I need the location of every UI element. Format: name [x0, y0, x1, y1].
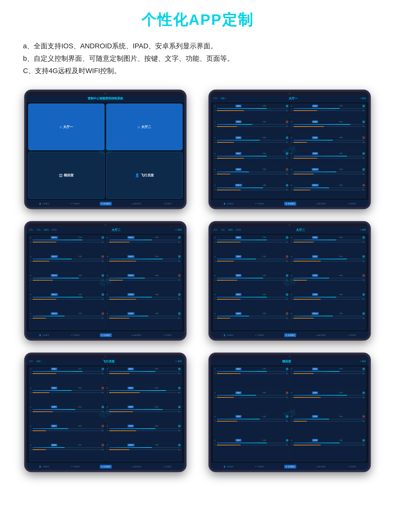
mode-off-h1[interactable]: ○全关模式	[346, 202, 357, 206]
ps-5[interactable]: ⏻	[286, 415, 288, 418]
p2a-15[interactable]: ⏻	[102, 274, 104, 277]
p2b-1[interactable]: ⏻	[286, 236, 288, 239]
ps-6[interactable]: ⏻	[362, 415, 365, 418]
mode-cool-h1[interactable]: ❄冷光模式	[284, 202, 296, 206]
mode-neutral[interactable]: ☀中性模式	[69, 202, 81, 206]
ps-2[interactable]: ⏻	[362, 368, 365, 370]
p2b-6[interactable]: ⏻	[362, 274, 365, 277]
mode-neutral-h1[interactable]: ☀中性模式	[253, 202, 266, 206]
mode-cool-pilot[interactable]: ❄冷光模式	[100, 465, 112, 469]
mode-warm-pilot[interactable]: ☁暖光模式	[130, 465, 143, 469]
pp-6[interactable]: ⏻	[178, 406, 181, 408]
p2a-20[interactable]: ⏻	[178, 312, 181, 315]
back-btn-hall1[interactable]: ↩ 返回	[360, 97, 366, 100]
mode-work-h2a[interactable]: 👤上班模式	[38, 333, 50, 337]
dot-4	[291, 121, 292, 122]
p2b-4[interactable]: ⏻	[362, 255, 365, 258]
circuit-name-5: 回路5	[235, 136, 242, 139]
mode-warm-h2b[interactable]: ☁暖光模式	[315, 333, 327, 337]
power-11[interactable]: ⏻	[286, 184, 288, 186]
mode-warm-h2a[interactable]: ☁暖光模式	[130, 333, 143, 337]
p2a-17[interactable]: ⏻	[102, 293, 104, 296]
power-7[interactable]: ⏻	[286, 152, 288, 155]
ps-4[interactable]: ⏻	[362, 392, 365, 394]
p2b-8[interactable]: ⏻	[362, 293, 365, 296]
back-btn-simulator[interactable]: ↩ 返回	[360, 360, 366, 363]
power-3[interactable]: ⏻	[286, 121, 288, 123]
power-10[interactable]: ⏻	[362, 168, 365, 171]
mode-off-h2a[interactable]: ○全关模式	[161, 333, 173, 337]
back-btn-hall2a[interactable]: ↩ 返回	[176, 228, 181, 231]
c2b-10: 回路10✧ 调光⏻ C W调色	[290, 311, 366, 330]
mode-warm-h1[interactable]: ☁暖光模式	[315, 202, 327, 206]
mode-warm[interactable]: ☁暖光模式	[130, 202, 143, 206]
p2a-13[interactable]: ⏻	[102, 255, 104, 258]
mode-neutral-sim[interactable]: ☀中性模式	[253, 465, 266, 469]
circuit-name-6: 回路6	[312, 136, 318, 139]
mode-neutral-pilot[interactable]: ☀中性模式	[69, 465, 81, 469]
power-8[interactable]: ⏻	[362, 152, 365, 155]
ps-3[interactable]: ⏻	[286, 392, 288, 394]
mode-off-h2b[interactable]: ○全关模式	[346, 333, 357, 337]
pp-7[interactable]: ⏻	[102, 425, 104, 427]
pp-8[interactable]: ⏻	[178, 425, 181, 427]
back-btn-hall2b[interactable]: ↩ 返回	[360, 228, 366, 231]
mode-neutral-h2b[interactable]: ☀中性模式	[253, 333, 266, 337]
mode-work-sim[interactable]: 👤上班模式	[222, 465, 235, 469]
ps-1[interactable]: ⏻	[286, 368, 288, 370]
power-6[interactable]: ⏻	[362, 136, 365, 139]
room-btn-hall1[interactable]: ⌂ 大厅一	[28, 103, 104, 150]
p2a-14[interactable]: ⏻	[178, 255, 181, 258]
power-2[interactable]: ⏻	[362, 105, 365, 107]
pp-1[interactable]: ⏻	[102, 368, 104, 370]
mode-off-pilot[interactable]: ○全关模式	[161, 465, 173, 469]
p2a-19[interactable]: ⏻	[102, 312, 104, 315]
p2b-5[interactable]: ⏻	[286, 274, 288, 277]
p2b-9[interactable]: ⏻	[286, 312, 288, 315]
mode-work-h2b[interactable]: 👤上班模式	[222, 333, 235, 337]
p2b-2[interactable]: ⏻	[362, 236, 365, 239]
pp-3[interactable]: ⏻	[102, 387, 104, 389]
mode-cool-h2b[interactable]: ❄冷光模式	[284, 333, 296, 337]
p2b-7[interactable]: ⏻	[286, 293, 288, 296]
room-btn-pilot[interactable]: 👤 飞行员室	[106, 152, 183, 199]
mode-work-pilot[interactable]: 👤上班模式	[38, 465, 50, 469]
cs-7: 回路7✧ 调光⏻ C W调色	[213, 438, 289, 461]
mode-off[interactable]: ○全关模式	[161, 202, 173, 206]
mode-cool-h2a[interactable]: ❄冷光模式	[100, 333, 112, 337]
mode-work-h1[interactable]: 👤上班模式	[222, 202, 235, 206]
room-btn-hall2[interactable]: ⌂ 大厅二	[106, 103, 183, 150]
p2a-18[interactable]: ⏻	[178, 293, 181, 296]
p2a-12[interactable]: ⏻	[178, 236, 181, 239]
power-12[interactable]: ⏻	[362, 184, 365, 186]
power-9[interactable]: ⏻	[286, 168, 288, 171]
p2a-11[interactable]: ⏻	[102, 236, 104, 239]
pp-2[interactable]: ⏻	[178, 368, 181, 370]
pp-9[interactable]: ⏻	[102, 444, 104, 446]
p2b-3[interactable]: ⏻	[286, 255, 288, 258]
mode-neutral-h2a[interactable]: ☀中性模式	[69, 333, 81, 337]
pp-10[interactable]: ⏻	[178, 444, 181, 446]
pp-4[interactable]: ⏻	[178, 387, 181, 389]
p2b-10[interactable]: ⏻	[362, 312, 365, 315]
power-5[interactable]: ⏻	[286, 136, 288, 139]
pp-5[interactable]: ⏻	[102, 406, 104, 408]
tablet-wrapper-2: 页面一 页面二 大厅一 ↩ 返回 回路1 ✧ 调光	[204, 90, 375, 209]
circuit-grid-hall1: 回路1 ✧ 调光 ⏻ C W调色 回路2 ✧ 调光	[213, 104, 366, 198]
ps-8[interactable]: ⏻	[362, 439, 365, 441]
mode-cool-sim[interactable]: ❄冷光模式	[284, 465, 296, 469]
mode-warm-sim[interactable]: ☁暖光模式	[315, 465, 327, 469]
power-1[interactable]: ⏻	[286, 105, 288, 107]
mode-off-sim[interactable]: ○全关模式	[346, 465, 357, 469]
mode-cool[interactable]: ❄冷光模式	[100, 202, 112, 206]
mode-bar-hall2b: 👤上班模式 ☀中性模式 ❄冷光模式 ☁暖光模式 ○全关模式	[211, 332, 368, 338]
ps-7[interactable]: ⏻	[286, 439, 288, 441]
room-btn-simulator[interactable]: ◫ 模拟室	[28, 152, 104, 199]
power-4[interactable]: ⏻	[362, 121, 365, 123]
cp-6: 回路6✧ 调光⏻ C W调色	[106, 405, 182, 423]
mode-work[interactable]: 👤上班模式	[38, 202, 50, 206]
screen-header-hall2b: 页面一 页面二 页面三 页面四 大厅二 ↩ 返回	[211, 227, 368, 233]
back-btn-pilot[interactable]: ↩ 返回	[176, 360, 181, 363]
p2a-16[interactable]: ⏻	[178, 274, 181, 277]
c2b-7: 回路7✧ 调光⏻ C W调色	[213, 292, 289, 311]
